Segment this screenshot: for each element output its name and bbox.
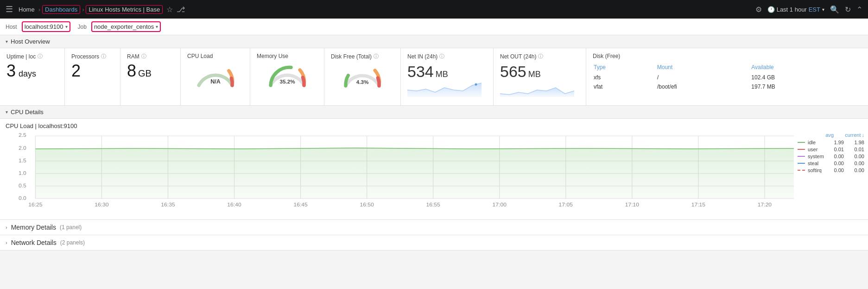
host-overview-header[interactable]: ▾ Host Overview <box>0 35 868 48</box>
uptime-info-icon[interactable]: ⓘ <box>38 53 43 60</box>
network-chevron-icon: › <box>6 240 7 245</box>
svg-text:16:30: 16:30 <box>95 202 108 207</box>
netout-sparkline <box>500 81 574 99</box>
refresh-icon[interactable]: ↻ <box>845 5 851 14</box>
hamburger-icon[interactable]: ☰ <box>6 4 13 14</box>
legend-row-user: user 0.01 0.01 <box>798 147 864 152</box>
cpu-details-title: CPU Details <box>11 109 44 116</box>
ram-unit: GB <box>138 68 152 79</box>
time-range-label: Last 1 hour <box>777 6 807 13</box>
legend-cur-steal: 0.00 <box>849 161 864 166</box>
network-details-section[interactable]: › Network Details (2 panels) <box>0 235 868 250</box>
legend-row-idle: idle 1.99 1.98 <box>798 140 864 145</box>
disk-col-mount: Mount <box>657 63 750 72</box>
disk-col-type: Type <box>594 63 656 72</box>
netin-info-icon[interactable]: ⓘ <box>439 53 444 60</box>
svg-text:16:50: 16:50 <box>360 202 374 207</box>
svg-text:17:05: 17:05 <box>559 202 573 207</box>
netin-title: Net IN (24h) ⓘ <box>407 53 487 60</box>
cpuload-gauge-text: N/A <box>210 78 221 85</box>
expand-icon[interactable]: ⌃ <box>856 5 862 14</box>
legend-name-steal: steal <box>808 161 826 166</box>
netin-card: Net IN (24h) ⓘ 534 MB <box>401 48 494 105</box>
topbar-right: ⚙ 🕐 Last 1 hour EST ▾ 🔍 ↻ ⌃ <box>755 5 862 14</box>
disk-avail-root: 102.4 GB <box>751 73 861 82</box>
legend-avg-label: avg <box>826 132 834 138</box>
diskfree-gauge: 4.3% <box>331 63 394 88</box>
svg-text:16:40: 16:40 <box>227 202 241 207</box>
netout-unit: MB <box>528 70 541 79</box>
diskfree-title: Disk Free (Total) ⓘ <box>331 53 394 60</box>
netout-info-icon[interactable]: ⓘ <box>538 53 543 60</box>
svg-text:17:20: 17:20 <box>758 202 772 207</box>
diskfree-gauge-text: 4.3% <box>356 79 369 85</box>
uptime-title: Uptime | loc ⓘ <box>6 53 58 60</box>
disk-free-title: Disk (Free) <box>593 53 862 59</box>
cpu-details-header[interactable]: ▾ CPU Details <box>0 106 868 119</box>
uptime-value-group: 3 days <box>6 63 58 79</box>
memory-details-title: Memory Details <box>11 224 56 231</box>
settings-icon[interactable]: ⚙ <box>755 5 762 14</box>
nav-sep1: › <box>38 6 40 13</box>
processors-info-icon[interactable]: ⓘ <box>101 53 106 60</box>
memuse-title: Memory Use <box>257 53 317 59</box>
legend-row-system: system 0.00 0.00 <box>798 154 864 159</box>
legend-color-system <box>798 156 805 157</box>
legend-name-softirq: softirq <box>808 167 826 173</box>
memory-details-section[interactable]: › Memory Details (1 panel) <box>0 220 868 235</box>
legend-vals-softirq: 0.00 0.00 <box>829 167 864 173</box>
nav-home[interactable]: Home <box>17 5 37 14</box>
netout-title: Net OUT (24h) ⓘ <box>500 53 579 60</box>
nav-sep2: › <box>82 6 84 13</box>
legend-color-softirq <box>798 170 805 171</box>
ram-value-group: 8 GB <box>127 63 174 79</box>
star-icon[interactable]: ☆ <box>166 5 173 14</box>
job-filter-group[interactable]: node_exporter_centos ▾ <box>91 21 161 32</box>
host-overview-title: Host Overview <box>11 38 50 45</box>
legend-header: avg current ↓ <box>798 132 864 138</box>
disk-type-vfat: vfat <box>594 83 656 91</box>
ram-info-icon[interactable]: ⓘ <box>141 53 146 60</box>
sort-icon[interactable]: ↓ <box>862 132 865 138</box>
cpu-chart-section: CPU Load | localhost:9100 2.5 2.0 1.5 1.… <box>0 119 868 220</box>
netin-sparkline <box>407 81 482 99</box>
time-range-picker[interactable]: 🕐 Last 1 hour EST ▾ <box>767 6 824 13</box>
legend-name-user: user <box>808 147 826 152</box>
netout-value-group: 565 MB <box>500 63 579 81</box>
legend-cur-user: 0.01 <box>849 147 864 152</box>
memuse-gauge-svg: 35.2% <box>266 62 308 88</box>
share-icon[interactable]: ⎇ <box>177 5 185 14</box>
memory-details-subtitle: (1 panel) <box>60 224 82 231</box>
legend-avg-steal: 0.00 <box>829 161 844 166</box>
memuse-gauge: 35.2% <box>257 62 317 88</box>
diskfree-info-icon[interactable]: ⓘ <box>374 53 379 60</box>
svg-text:16:45: 16:45 <box>293 202 307 207</box>
processors-card: Processors ⓘ 2 <box>65 48 120 105</box>
legend-current-label: current ↓ <box>845 132 864 138</box>
disk-avail-efi: 197.7 MB <box>751 83 861 91</box>
legend-name-system: system <box>808 154 826 159</box>
host-label: Host <box>6 24 17 30</box>
ram-value: 8 <box>127 63 136 79</box>
topbar: ☰ Home › Dashboards › Linux Hosts Metric… <box>0 0 868 19</box>
disk-col-available: Available <box>751 63 861 72</box>
netin-value: 534 <box>407 63 434 81</box>
legend-avg-softirq: 0.00 <box>829 167 844 173</box>
disk-mount-root: / <box>657 73 750 82</box>
search-icon[interactable]: 🔍 <box>830 5 839 14</box>
svg-text:1.0: 1.0 <box>19 171 26 176</box>
svg-text:0.5: 0.5 <box>19 183 26 188</box>
timezone-badge: EST <box>809 6 820 13</box>
netin-unit: MB <box>436 70 448 79</box>
topbar-left: ☰ Home › Dashboards › Linux Hosts Metric… <box>6 4 185 14</box>
disk-free-card: Disk (Free) Type Mount Available xfs / 1… <box>586 48 868 105</box>
nav-dashboards[interactable]: Dashboards <box>42 5 80 14</box>
topbar-nav: Home › Dashboards › Linux Hosts Metrics … <box>17 5 163 14</box>
host-filter-group[interactable]: localhost:9100 ▾ <box>22 21 70 32</box>
cpu-chart-legend: avg current ↓ idle 1.99 1.98 user 0.01 <box>794 130 868 219</box>
nav-breadcrumb[interactable]: Linux Hosts Metrics | Base <box>86 5 163 14</box>
ram-card: RAM ⓘ 8 GB <box>120 48 181 105</box>
uptime-value: 3 <box>6 63 16 79</box>
memuse-card: Memory Use 35.2% <box>250 48 324 105</box>
host-value: localhost:9100 <box>25 23 63 30</box>
